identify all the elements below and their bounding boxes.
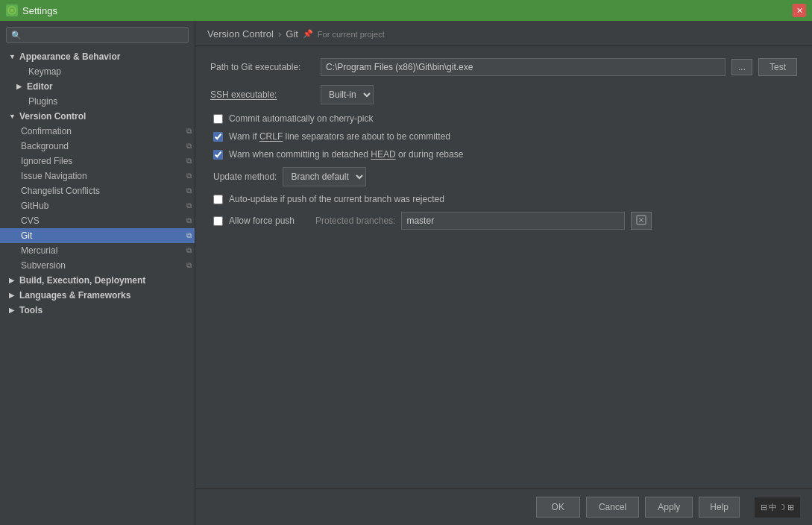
expand-arrow: ▼ xyxy=(9,113,16,120)
sidebar-item-keymap[interactable]: Keymap xyxy=(0,64,195,79)
sidebar-item-issue-navigation[interactable]: Issue Navigation ⧉ xyxy=(0,169,195,183)
sidebar-item-label: Git xyxy=(21,230,32,241)
sidebar-item-label: Mercurial xyxy=(21,245,57,256)
update-method-label: Update method: xyxy=(213,172,277,182)
protected-branches-input[interactable] xyxy=(401,212,625,230)
detached-head-checkbox[interactable] xyxy=(213,150,223,160)
search-box[interactable]: 🔍 xyxy=(6,27,189,43)
copy-icon: ⧉ xyxy=(186,142,192,151)
sidebar-item-label: Keymap xyxy=(28,66,61,77)
tray-icon-2: 中 xyxy=(769,502,777,513)
ssh-dropdown[interactable]: Built-in Native xyxy=(321,85,374,104)
system-tray: ⊟ 中 ☽ ⊞ xyxy=(755,497,800,518)
tray-icon-4: ⊞ xyxy=(787,503,794,512)
sidebar-item-tools[interactable]: ▶ Tools xyxy=(0,303,195,318)
crlf-label: Warn if CRLF line separators are about t… xyxy=(229,131,450,142)
sidebar-item-changelist-conflicts[interactable]: Changelist Conflicts ⧉ xyxy=(0,183,195,198)
auto-update-checkbox[interactable] xyxy=(213,195,223,204)
copy-icon: ⧉ xyxy=(186,216,192,225)
sidebar-item-label: CVS xyxy=(21,216,40,226)
sidebar-item-git[interactable]: Git ⧉ xyxy=(0,228,195,243)
sidebar-item-label: GitHub xyxy=(21,201,48,211)
crlf-underline: CRLF xyxy=(259,131,283,142)
force-push-checkbox[interactable] xyxy=(213,216,223,226)
protected-branches-label: Protected branches: xyxy=(315,216,395,226)
tray-icon-1: ⊟ xyxy=(761,503,767,512)
help-button[interactable]: Help xyxy=(699,497,740,518)
copy-icon: ⧉ xyxy=(186,231,192,240)
sidebar-item-label: Plugins xyxy=(28,96,57,107)
cherry-pick-checkbox[interactable] xyxy=(213,114,223,124)
search-input[interactable] xyxy=(25,30,183,40)
sidebar-item-label: Confirmation xyxy=(21,126,72,136)
path-input[interactable] xyxy=(321,58,726,76)
copy-icon: ⧉ xyxy=(186,186,192,195)
expand-arrow: ▼ xyxy=(9,53,16,60)
sidebar-item-github[interactable]: GitHub ⧉ xyxy=(0,198,195,213)
breadcrumb-arrow: › xyxy=(278,28,281,40)
sidebar-item-cvs[interactable]: CVS ⧉ xyxy=(0,213,195,228)
cherry-pick-label: Commit automatically on cherry-pick xyxy=(229,113,373,124)
sidebar-item-version-control[interactable]: ▼ Version Control xyxy=(0,109,195,124)
expand-icon xyxy=(636,215,646,225)
sidebar-item-label: Build, Execution, Deployment xyxy=(19,275,145,286)
ok-button[interactable]: OK xyxy=(536,497,580,518)
sidebar-item-background[interactable]: Background ⧉ xyxy=(0,139,195,154)
sidebar-item-editor[interactable]: ▶ Editor xyxy=(0,79,195,94)
sidebar-item-appearance-behavior[interactable]: ▼ Appearance & Behavior xyxy=(0,49,195,64)
sidebar-item-languages-frameworks[interactable]: ▶ Languages & Frameworks xyxy=(0,288,195,303)
window-title: Settings xyxy=(22,5,57,16)
sidebar-item-mercurial[interactable]: Mercurial ⧉ xyxy=(0,243,195,258)
force-push-label: Allow force push xyxy=(229,216,295,226)
sidebar-item-label: Changelist Conflicts xyxy=(21,186,100,196)
copy-icon: ⧉ xyxy=(186,261,192,270)
sidebar: 🔍 ▼ Appearance & Behavior Keymap ▶ Edito… xyxy=(0,21,195,525)
copy-icon: ⧉ xyxy=(186,127,192,136)
expand-button[interactable] xyxy=(631,212,652,230)
copy-icon: ⧉ xyxy=(186,157,192,166)
main-container: 🔍 ▼ Appearance & Behavior Keymap ▶ Edito… xyxy=(0,21,812,525)
crlf-checkbox[interactable] xyxy=(213,132,223,142)
sidebar-item-plugins[interactable]: Plugins xyxy=(0,94,195,109)
apply-button[interactable]: Apply xyxy=(645,497,693,518)
test-button[interactable]: Test xyxy=(758,58,797,76)
cherry-pick-row: Commit automatically on cherry-pick xyxy=(210,113,797,124)
copy-icon: ⧉ xyxy=(186,172,192,180)
tray-icon-3: ☽ xyxy=(778,503,786,512)
panel-header: Version Control › Git 📌 For current proj… xyxy=(195,21,812,46)
browse-button[interactable]: ... xyxy=(731,59,752,75)
breadcrumb-section: Version Control xyxy=(207,28,274,40)
breadcrumb-current: Git xyxy=(286,28,298,40)
sidebar-item-label: Issue Navigation xyxy=(21,171,87,181)
expand-arrow: ▶ xyxy=(9,306,16,314)
panel-content: Path to Git executable: ... Test SSH exe… xyxy=(195,46,812,488)
sidebar-item-build-execution-deployment[interactable]: ▶ Build, Execution, Deployment xyxy=(0,273,195,288)
copy-icon: ⧉ xyxy=(186,201,192,210)
sidebar-item-label: Tools xyxy=(19,305,43,315)
sidebar-item-label: Background xyxy=(21,141,69,151)
title-bar: Settings ✕ xyxy=(0,0,812,21)
content-area: 🔍 ▼ Appearance & Behavior Keymap ▶ Edito… xyxy=(0,21,812,525)
auto-update-label: Auto-update if push of the current branc… xyxy=(229,194,444,204)
bottom-bar: OK Cancel Apply Help ⊟ 中 ☽ ⊞ xyxy=(195,488,812,525)
ssh-label: SSH executable: xyxy=(210,89,315,100)
expand-arrow: ▶ xyxy=(9,292,16,299)
path-label: Path to Git executable: xyxy=(210,62,315,72)
detached-head-label: Warn when committing in detached HEAD or… xyxy=(229,149,463,160)
sidebar-item-subversion[interactable]: Subversion ⧉ xyxy=(0,258,195,273)
sidebar-item-label: Editor xyxy=(27,81,53,92)
right-panel: Version Control › Git 📌 For current proj… xyxy=(195,21,812,525)
update-method-row: Update method: Branch default Merge Reba… xyxy=(210,167,797,186)
sidebar-item-ignored-files[interactable]: Ignored Files ⧉ xyxy=(0,154,195,169)
update-method-dropdown[interactable]: Branch default Merge Rebase xyxy=(283,167,366,186)
head-underline: HEAD xyxy=(371,149,395,160)
crlf-row: Warn if CRLF line separators are about t… xyxy=(210,131,797,142)
expand-arrow: ▶ xyxy=(16,83,24,90)
search-icon: 🔍 xyxy=(11,31,22,40)
ssh-row: SSH executable: Built-in Native xyxy=(210,85,797,104)
sidebar-item-confirmation[interactable]: Confirmation ⧉ xyxy=(0,124,195,139)
sidebar-item-label: Subversion xyxy=(21,260,66,271)
path-row: Path to Git executable: ... Test xyxy=(210,58,797,76)
close-button[interactable]: ✕ xyxy=(793,4,806,17)
cancel-button[interactable]: Cancel xyxy=(586,497,639,518)
